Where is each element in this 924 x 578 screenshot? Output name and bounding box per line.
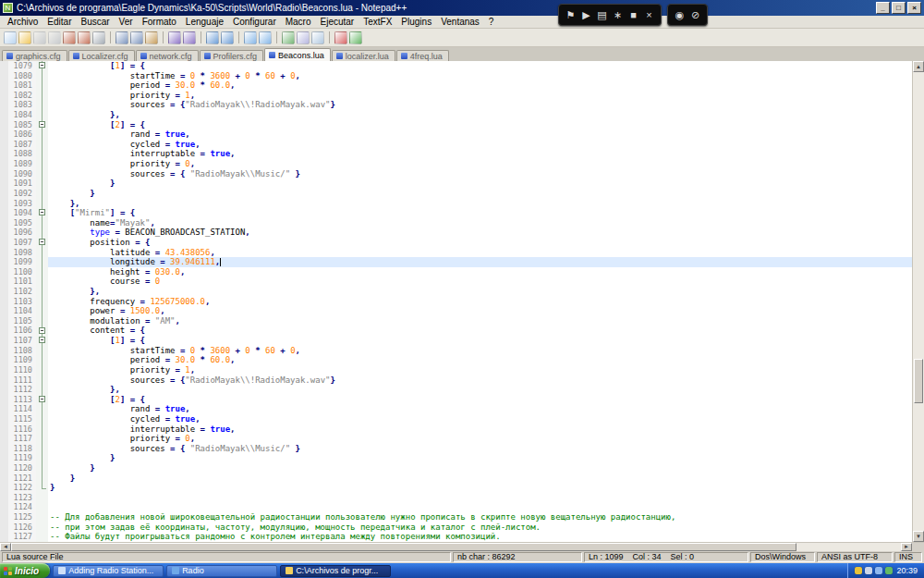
editor[interactable]: 1079 [1] = {1080 startTime = 0 * 3600 + …: [0, 61, 924, 542]
fold-margin[interactable]: [36, 483, 48, 493]
fold-collapse-icon[interactable]: [39, 239, 45, 245]
tab-localizer.lua[interactable]: localizer.lua: [332, 50, 395, 61]
fold-margin[interactable]: [36, 257, 48, 267]
tab-Profilers.cfg[interactable]: Profilers.cfg: [200, 50, 264, 61]
camera-icon[interactable]: ◉: [673, 6, 687, 23]
tab-Localizer.cfg[interactable]: Localizer.cfg: [68, 50, 135, 61]
fold-margin[interactable]: [36, 120, 48, 130]
code-line[interactable]: 1088 interruptable = true,: [0, 149, 912, 159]
code-line[interactable]: 1107 [1] = {: [0, 336, 912, 346]
close-all-icon[interactable]: [78, 31, 91, 44]
scroll-right-icon[interactable]: [901, 543, 912, 551]
fold-margin[interactable]: [36, 453, 48, 463]
code-line[interactable]: 1126-- при этом задав её координаты, час…: [0, 523, 912, 533]
code-line[interactable]: 1098 latitude = 43.438056,: [0, 248, 912, 258]
menu-item-lenguaje[interactable]: Lenguaje: [181, 17, 228, 27]
fold-margin[interactable]: [36, 336, 48, 346]
horizontal-scrollbar[interactable]: [0, 542, 924, 551]
macro-record-icon[interactable]: [334, 31, 347, 44]
scroll-left-icon[interactable]: [0, 543, 11, 551]
code-line[interactable]: 1086 rand = true,: [0, 129, 912, 140]
menu-item-ventanas[interactable]: Ventanas: [436, 17, 484, 27]
code-line[interactable]: 1122}: [0, 483, 912, 493]
fold-margin[interactable]: [36, 444, 48, 454]
fold-margin[interactable]: [36, 218, 48, 228]
close-button[interactable]: ×: [907, 2, 921, 14]
print-icon[interactable]: [92, 31, 105, 44]
fold-margin[interactable]: [36, 414, 48, 424]
fold-margin[interactable]: [36, 473, 48, 484]
fold-margin[interactable]: [36, 385, 48, 395]
tab-network.cfg[interactable]: network.cfg: [136, 50, 199, 61]
taskbar-task[interactable]: C:\Archivos de progr...: [280, 565, 391, 577]
new-file-icon[interactable]: [4, 31, 17, 44]
code-line[interactable]: 1110 priority = 1,: [0, 365, 912, 375]
code-line[interactable]: 1081 period = 30.0 * 60.0,: [0, 80, 912, 91]
code-line[interactable]: 1089 priority = 0,: [0, 159, 912, 169]
fold-margin[interactable]: [36, 267, 48, 277]
code-line[interactable]: 1092 }: [0, 189, 912, 199]
fold-collapse-icon[interactable]: [39, 62, 45, 68]
code-line[interactable]: 1119 }: [0, 453, 912, 463]
zoom-in-icon[interactable]: [244, 31, 257, 44]
code-line[interactable]: 1111 sources = {"RadioMayak\\!RadioMayak…: [0, 375, 912, 386]
copy-icon[interactable]: [130, 31, 143, 44]
close-icon[interactable]: ×: [642, 6, 656, 23]
fold-margin[interactable]: [36, 238, 48, 248]
zoom-out-icon[interactable]: [259, 31, 272, 44]
fold-margin[interactable]: [36, 375, 48, 386]
code-line[interactable]: 1102 },: [0, 287, 912, 297]
stop-icon[interactable]: ■: [626, 6, 640, 23]
block-icon[interactable]: ⊘: [688, 6, 702, 23]
fold-margin[interactable]: [36, 178, 48, 189]
code-line[interactable]: 1104 power = 1500.0,: [0, 306, 912, 316]
fold-margin[interactable]: [36, 80, 48, 91]
tab-4freq.lua[interactable]: 4freq.lua: [396, 50, 449, 61]
fold-margin[interactable]: [36, 149, 48, 159]
macro-play-icon[interactable]: [349, 31, 362, 44]
code-line[interactable]: 1112 },: [0, 385, 912, 395]
taskbar-clock[interactable]: 20:39: [896, 566, 918, 575]
fold-margin[interactable]: [36, 512, 48, 523]
menu-item-editar[interactable]: Editar: [43, 17, 76, 27]
code-line[interactable]: 1100 height = 030.0,: [0, 267, 912, 277]
code-line[interactable]: 1123: [0, 493, 912, 503]
code-line[interactable]: 1113 [2] = {: [0, 395, 912, 405]
vertical-scroll-thumb[interactable]: [914, 359, 923, 403]
fold-margin[interactable]: [36, 129, 48, 140]
menu-item-ejecutar[interactable]: Ejecutar: [316, 17, 359, 27]
open-folder-icon[interactable]: [18, 31, 31, 44]
fold-margin[interactable]: [36, 365, 48, 375]
fold-margin[interactable]: [36, 189, 48, 199]
code-line[interactable]: 1084 },: [0, 110, 912, 120]
fold-margin[interactable]: [36, 434, 48, 444]
fold-margin[interactable]: [36, 346, 48, 356]
save-all-icon[interactable]: [48, 31, 61, 44]
code-line[interactable]: 1117 priority = 0,: [0, 434, 912, 444]
fold-margin[interactable]: [36, 277, 48, 287]
code-line[interactable]: 1083 sources = {"RadioMayak\\!RadioMayak…: [0, 100, 912, 110]
code-line[interactable]: 1125-- Для добавления новой широковещате…: [0, 512, 912, 523]
code-line[interactable]: 1087 cycled = true,: [0, 140, 912, 150]
code-line[interactable]: 1099 longitude = 39.946111,: [0, 257, 912, 267]
fold-margin[interactable]: [36, 287, 48, 297]
code-line[interactable]: 1105 modulation = "AM",: [0, 316, 912, 326]
fold-margin[interactable]: [36, 297, 48, 307]
code-line[interactable]: 1101 course = 0: [0, 277, 912, 287]
code-line[interactable]: 1091 }: [0, 178, 912, 189]
undo-icon[interactable]: [168, 31, 181, 44]
menu-item-buscar[interactable]: Buscar: [76, 17, 114, 27]
menu-item-ver[interactable]: Ver: [115, 17, 138, 27]
fold-margin[interactable]: [36, 306, 48, 316]
fold-margin[interactable]: [36, 326, 48, 336]
fold-margin[interactable]: [36, 140, 48, 150]
code-line[interactable]: 1090 sources = { "RadioMayak\\Music/" }: [0, 169, 912, 179]
show-all-chars-icon[interactable]: [297, 31, 310, 44]
code-line[interactable]: 1096 type = BEACON_BROADCAST_STATION,: [0, 228, 912, 238]
menu-item-help[interactable]: ?: [484, 17, 499, 27]
word-wrap-icon[interactable]: [282, 31, 295, 44]
horizontal-scroll-thumb[interactable]: [11, 543, 796, 551]
fold-margin[interactable]: [36, 404, 48, 414]
fold-collapse-icon[interactable]: [39, 121, 45, 128]
menu-item-textfx[interactable]: TextFX: [359, 17, 396, 27]
